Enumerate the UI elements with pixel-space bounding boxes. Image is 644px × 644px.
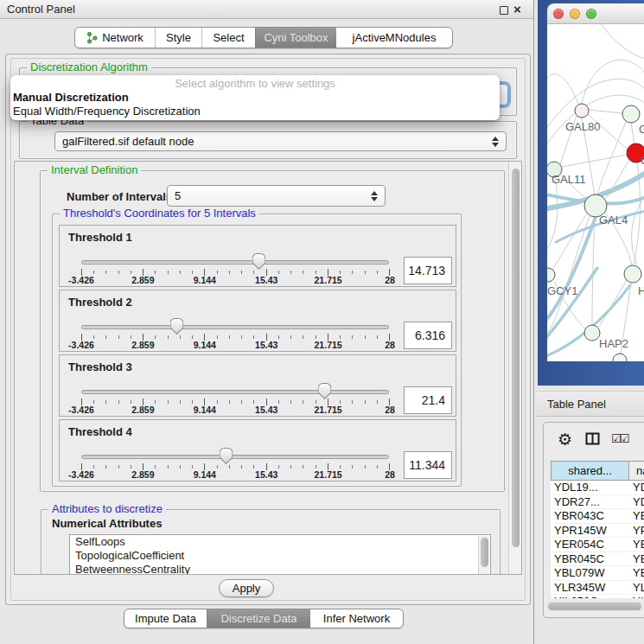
table-row[interactable]: YBL079WYBL0 [551,566,644,581]
apply-button[interactable]: Apply [219,579,274,597]
table-horizontal-scrollbar[interactable] [547,602,644,611]
gear-icon[interactable]: ⚙ [558,430,572,450]
interval-definition-group: Interval Definition Number of Intervals … [40,170,505,492]
node-gal80[interactable] [575,104,589,118]
mac-zoom-icon[interactable] [586,9,596,19]
svg-text:GAL11: GAL11 [552,173,586,186]
svg-text:GCY1: GCY1 [547,284,577,297]
list-scrollbar[interactable] [478,536,489,575]
threshold-row-3: Threshold 3 -3.426 2.859 9.144 15.43 21.… [59,354,456,417]
table-data-group: Table Data galFiltered.sif default node [19,121,517,159]
settings-scroll-viewport: Interval Definition Number of Intervals … [14,161,522,575]
bottom-tab-bar: Impute Data Discretize Data Infer Networ… [124,609,404,628]
tab-cyni-toolbox[interactable]: Cyni Toolbox [255,28,336,48]
threshold-row-2: Threshold 2 -3.426 2.859 9.144 15.43 21.… [59,290,456,352]
table-row[interactable]: YLR345WYLR3 [551,581,644,596]
mac-minimize-icon[interactable] [570,9,580,19]
network-graph: GAL80 G C GAL11 GAL4 GCY1 H HAP2 [547,24,644,361]
column-header-shared[interactable]: shared... [551,461,629,481]
tab-network[interactable]: Network [75,28,155,48]
svg-text:GAL4: GAL4 [599,214,628,226]
tab-impute-data[interactable]: Impute Data [124,609,207,628]
threshold-row-1: Threshold 1 -3.426 2.859 9.144 15.43 21.… [59,225,456,287]
table-row[interactable]: YER054CYER0 [551,538,644,552]
tab-infer-network[interactable]: Infer Network [310,609,403,628]
tab-discretize-data[interactable]: Discretize Data [207,609,310,628]
table-row[interactable]: YDL19...YDL1 [551,481,644,495]
table-data-combo-value: galFiltered.sif default node [62,135,194,148]
network-icon [86,32,98,44]
mac-close-icon[interactable] [553,9,564,19]
top-tab-bar: Network Style Select Cyni Toolbox jActiv… [74,27,453,48]
settings-scrollbar[interactable] [508,162,521,575]
panel-title: Control Panel [7,3,75,16]
slider-track[interactable] [81,390,389,394]
table-row[interactable]: YIL052CYIL0 [551,595,644,598]
numerical-attributes-list: SelfLoops TopologicalCoefficient Between… [69,534,491,575]
table-row[interactable]: YBR043CYBR0 [551,509,644,524]
thresholds-group: Threshold's Coordinates for 5 Intervals … [52,214,462,487]
algorithm-group-title: Discretization Algorithm [27,61,151,73]
interval-group-title: Interval Definition [48,163,141,176]
threshold-value-field[interactable]: 6.316 [404,322,452,349]
popup-hint: Select algorithm to view settings [10,77,500,91]
slider-thumb[interactable] [318,383,331,399]
node-bottom[interactable] [613,354,627,361]
table-panel-header: Table Panel [536,391,644,417]
float-window-icon[interactable] [500,6,508,15]
algorithm-popup: Select algorithm to view settings Manual… [10,75,500,120]
node-hap2[interactable] [584,325,600,341]
table-row[interactable]: YBR045CYBR0 [551,552,644,567]
table-row[interactable]: YPR145WYPR1 [551,524,644,539]
attributes-group-title: Attributes to discretize [48,502,166,515]
slider-thumb[interactable] [220,448,233,464]
svg-text:GAL80: GAL80 [565,120,600,133]
control-panel: Control Panel × Network Style Select Cyn… [0,0,534,644]
threshold-value-field[interactable]: 21.4 [404,386,452,414]
table-panel-card: ⚙ ☑☑ shared... na YDL19...YDL1 YDR27...Y… [543,422,644,618]
column-header-name[interactable]: na [628,461,644,481]
svg-text:C: C [641,154,644,167]
svg-text:H: H [638,284,644,297]
list-item[interactable]: TopologicalCoefficient [70,549,490,563]
tab-select[interactable]: Select [201,28,255,48]
node-gcy1[interactable] [547,268,555,282]
numerical-attributes-label: Numerical Attributes [52,517,162,530]
attributes-group: Attributes to discretize Numerical Attri… [41,509,501,575]
slider-thumb[interactable] [170,318,183,335]
network-canvas[interactable]: GAL80 G C GAL11 GAL4 GCY1 H HAP2 [547,24,644,361]
slider-track[interactable] [81,325,389,329]
close-icon[interactable]: × [513,2,521,16]
num-intervals-value: 5 [175,189,181,202]
network-edges [547,24,644,354]
svg-text:HAP2: HAP2 [599,337,628,350]
tab-style[interactable]: Style [155,28,201,48]
threshold-row-4: Threshold 4 -3.426 2.859 9.144 15.43 21.… [59,419,456,481]
list-item[interactable]: SelfLoops [70,535,490,549]
checkboxes-icon[interactable]: ☑☑ [611,432,628,445]
popup-option-equal-width[interactable]: Equal Width/Frequency Discretization [10,105,500,118]
table-row[interactable]: YDR27...YDR2 [551,495,644,510]
popup-option-manual[interactable]: Manual Discretization [10,91,500,105]
slider-track[interactable] [81,455,389,459]
tab-jactivemnodules[interactable]: jActiveMNodules [336,28,452,48]
svg-text:G: G [639,123,644,136]
control-panel-titlebar: Control Panel × [0,0,533,19]
threshold-value-field[interactable]: 11.344 [404,451,452,479]
table-rows: YDL19...YDL1 YDR27...YDR2 YBR043CYBR0 YP… [551,481,644,598]
list-item[interactable]: BetweennessCentrality [70,563,490,575]
node-h[interactable] [624,265,641,283]
table-panel-title: Table Panel [547,398,606,411]
thresholds-group-title: Threshold's Coordinates for 5 Intervals [60,207,259,220]
num-intervals-combo[interactable]: 5 [167,185,386,207]
slider-thumb[interactable] [252,253,265,270]
slider-track[interactable] [81,260,389,265]
num-intervals-label: Number of Intervals [67,190,172,203]
columns-icon[interactable] [585,432,600,445]
combo-arrows-icon [364,191,378,201]
table-data-combo[interactable]: galFiltered.sif default node [54,131,507,151]
node-g[interactable] [622,105,640,123]
network-window-titlebar[interactable] [547,3,644,24]
threshold-value-field[interactable]: 14.713 [404,257,452,284]
combo-arrows-icon [485,137,499,147]
